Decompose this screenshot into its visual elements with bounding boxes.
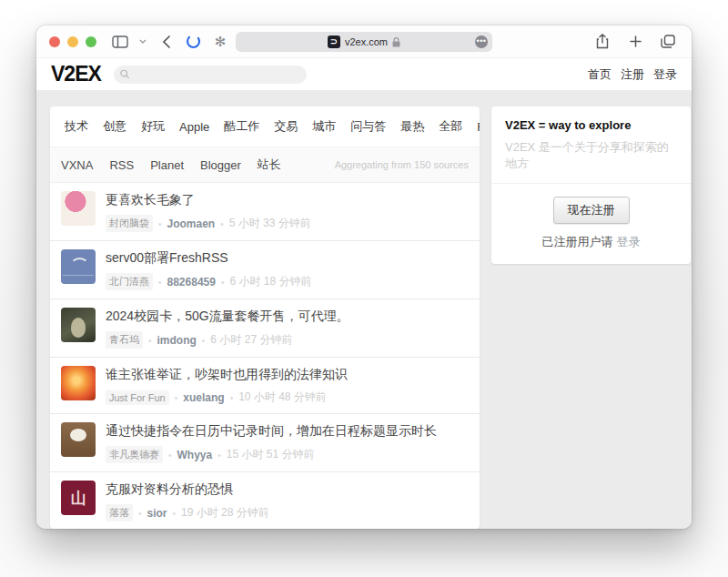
nav-login-link[interactable]: 登录 (653, 66, 677, 83)
search-icon (120, 69, 129, 79)
post-time: 5 小时 33 分钟前 (229, 216, 311, 231)
meta-dot (220, 218, 224, 230)
back-icon[interactable] (155, 31, 177, 53)
node-badge[interactable]: 落落 (106, 504, 133, 521)
share-icon[interactable] (592, 31, 613, 53)
search-input[interactable] (133, 69, 300, 80)
avatar[interactable] (61, 308, 96, 342)
search-box[interactable] (114, 66, 307, 84)
extension-pinwheel-icon[interactable]: ✻ (209, 31, 231, 53)
meta-dot (175, 391, 178, 404)
avatar[interactable] (61, 249, 96, 284)
subnav-webmaster-link[interactable]: 站长 (258, 157, 281, 173)
tab-deals[interactable]: 交易 (268, 116, 303, 137)
subnav-rss-link[interactable]: RSS (109, 158, 134, 172)
nav-home-link[interactable]: 首页 (588, 66, 612, 83)
tab-hot[interactable]: 最热 (395, 116, 430, 137)
author-link[interactable]: sior (147, 507, 167, 520)
meta-dot (148, 334, 152, 347)
tab-city[interactable]: 城市 (307, 116, 341, 137)
nav-register-link[interactable]: 注册 (621, 66, 644, 83)
post-time: 19 小时 28 分钟前 (181, 505, 269, 521)
sidebar-toggle-icon[interactable] (109, 31, 131, 53)
post-time: 15 小时 51 分钟前 (227, 447, 315, 462)
browser-window: ✻ ⊃ v2ex.com ••• V2EX (36, 25, 692, 529)
subnav-blogger-link[interactable]: Blogger (200, 158, 241, 172)
author-link[interactable]: 88268459 (167, 276, 216, 288)
author-link[interactable]: xuelang (183, 391, 224, 404)
meta-dot (158, 276, 162, 288)
tab-jobs[interactable]: 酷工作 (218, 116, 265, 137)
author-link[interactable]: Joomaen (167, 218, 216, 230)
main-panel: 技术 创意 好玩 Apple 酷工作 交易 城市 问与答 最热 全部 R2 VX… (50, 106, 480, 529)
minimize-window-button[interactable] (67, 36, 78, 47)
intro-slogan: V2EX 是一个关于分享和探索的地方 (505, 139, 677, 172)
post-title-link[interactable]: 更喜欢长毛象了 (106, 192, 311, 208)
post-row: 克服对资料分析的恐惧 落落 sior 19 小时 28 分钟前 (50, 471, 480, 529)
lock-icon (392, 37, 400, 47)
tab-apple[interactable]: Apple (174, 117, 215, 137)
tab-qna[interactable]: 问与答 (345, 116, 391, 137)
post-title-link[interactable]: 谁主张谁举证，吵架时也用得到的法律知识 (106, 367, 348, 383)
registered-hint-text: 已注册用户请 (542, 235, 613, 248)
tab-tech[interactable]: 技术 (59, 116, 94, 137)
meta-dot (168, 449, 172, 461)
close-window-button[interactable] (49, 36, 60, 47)
login-link[interactable]: 登录 (617, 235, 641, 248)
post-row: 谁主张谁举证，吵架时也用得到的法律知识 Just For Fun xuelang… (50, 357, 480, 413)
author-link[interactable]: imdong (157, 334, 197, 347)
meta-dot (202, 334, 206, 347)
post-title-link[interactable]: 克服对资料分析的恐惧 (106, 481, 269, 498)
register-now-button[interactable]: 现在注册 (553, 197, 630, 224)
address-bar[interactable]: ⊃ v2ex.com ••• (236, 32, 492, 52)
meta-dot (230, 391, 234, 404)
subnav-planet-link[interactable]: Planet (150, 158, 184, 172)
site-header: V2EX 首页 注册 登录 (36, 58, 692, 90)
reload-spinner-icon[interactable] (182, 31, 204, 53)
aggregating-note: Aggregating from 150 sources (335, 159, 469, 170)
vxna-subnav: VXNA RSS Planet Blogger 站长 Aggregating f… (50, 147, 480, 183)
post-row: serv00部署FreshRSS 北门清燕 88268459 6 小时 18 分… (50, 240, 480, 299)
node-badge[interactable]: 非凡奥德赛 (106, 446, 163, 463)
meta-dot (173, 507, 177, 520)
post-time: 10 小时 48 分钟前 (238, 390, 327, 405)
tab-creative[interactable]: 创意 (97, 116, 132, 137)
category-tab-bar: 技术 创意 好玩 Apple 酷工作 交易 城市 问与答 最热 全部 R2 VX… (50, 106, 480, 147)
intro-heading: V2EX = way to explore (505, 118, 677, 132)
post-title-link[interactable]: serv00部署FreshRSS (106, 250, 311, 267)
tab-r2[interactable]: R2 (471, 117, 480, 137)
browser-toolbar: ✻ ⊃ v2ex.com ••• (36, 25, 692, 58)
window-controls (49, 36, 96, 47)
tab-all[interactable]: 全部 (433, 116, 468, 137)
avatar[interactable] (61, 191, 96, 226)
post-time: 6 小时 27 分钟前 (210, 332, 292, 348)
url-text: v2ex.com (345, 36, 388, 47)
page-settings-icon[interactable]: ••• (475, 35, 488, 48)
right-sidebar: V2EX = way to explore V2EX 是一个关于分享和探索的地方… (491, 106, 691, 529)
avatar[interactable] (61, 481, 96, 515)
meta-dot (158, 218, 162, 230)
divider (491, 183, 691, 184)
intro-card: V2EX = way to explore V2EX 是一个关于分享和探索的地方… (491, 106, 691, 264)
avatar[interactable] (61, 422, 96, 457)
node-badge[interactable]: Just For Fun (106, 390, 169, 405)
subnav-vxna-link[interactable]: VXNA (61, 158, 93, 172)
v2ex-logo[interactable]: V2EX (51, 62, 101, 86)
post-title-link[interactable]: 2024校园卡，50G流量套餐开售，可代理。 (106, 309, 349, 325)
page-body: 技术 创意 好玩 Apple 酷工作 交易 城市 问与答 最热 全部 R2 VX… (36, 90, 692, 529)
zoom-window-button[interactable] (86, 36, 96, 47)
post-row: 更喜欢长毛象了 封闭脑袋 Joomaen 5 小时 33 分钟前 (50, 183, 480, 240)
chevron-down-icon[interactable] (136, 31, 149, 53)
avatar[interactable] (61, 366, 96, 400)
new-tab-icon[interactable] (624, 31, 646, 53)
site-favicon: ⊃ (328, 35, 340, 48)
post-time: 6 小时 18 分钟前 (229, 274, 311, 289)
tab-overview-icon[interactable] (657, 31, 679, 53)
meta-dot (221, 276, 225, 288)
node-badge[interactable]: 封闭脑袋 (106, 215, 153, 232)
tab-play[interactable]: 好玩 (136, 116, 170, 137)
node-badge[interactable]: 青石坞 (106, 331, 143, 349)
post-title-link[interactable]: 通过快捷指令在日历中记录时间，增加在日程标题显示时长 (106, 423, 437, 440)
node-badge[interactable]: 北门清燕 (106, 273, 153, 290)
author-link[interactable]: Whyya (177, 449, 213, 461)
